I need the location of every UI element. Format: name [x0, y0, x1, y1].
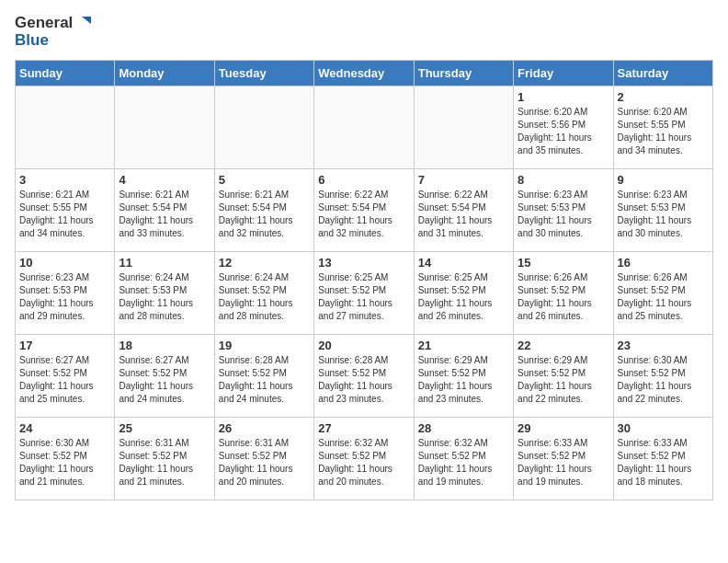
- day-info: Sunrise: 6:31 AM Sunset: 5:52 PM Dayligh…: [119, 437, 210, 488]
- day-info: Sunrise: 6:21 AM Sunset: 5:54 PM Dayligh…: [119, 189, 210, 240]
- calendar-cell: 7Sunrise: 6:22 AM Sunset: 5:54 PM Daylig…: [414, 169, 513, 252]
- page-header: General Blue: [15, 15, 713, 49]
- day-info: Sunrise: 6:30 AM Sunset: 5:52 PM Dayligh…: [19, 437, 110, 488]
- day-number: 29: [518, 421, 609, 435]
- calendar-cell: 28Sunrise: 6:32 AM Sunset: 5:52 PM Dayli…: [414, 418, 513, 500]
- calendar-cell: 24Sunrise: 6:30 AM Sunset: 5:52 PM Dayli…: [16, 418, 115, 500]
- calendar-cell: 6Sunrise: 6:22 AM Sunset: 5:54 PM Daylig…: [314, 169, 414, 252]
- calendar-cell: 19Sunrise: 6:28 AM Sunset: 5:52 PM Dayli…: [214, 335, 313, 418]
- logo-general: General: [15, 15, 73, 32]
- week-row-4: 24Sunrise: 6:30 AM Sunset: 5:52 PM Dayli…: [16, 418, 713, 500]
- day-number: 8: [518, 173, 609, 187]
- calendar-cell: 4Sunrise: 6:21 AM Sunset: 5:54 PM Daylig…: [115, 169, 214, 252]
- calendar-cell: 3Sunrise: 6:21 AM Sunset: 5:55 PM Daylig…: [16, 169, 115, 252]
- day-info: Sunrise: 6:28 AM Sunset: 5:52 PM Dayligh…: [318, 354, 409, 406]
- calendar-cell: 9Sunrise: 6:23 AM Sunset: 5:53 PM Daylig…: [613, 169, 712, 252]
- day-info: Sunrise: 6:24 AM Sunset: 5:52 PM Dayligh…: [219, 271, 310, 323]
- day-number: 23: [618, 339, 709, 352]
- calendar-cell: [414, 86, 513, 169]
- calendar-cell: 8Sunrise: 6:23 AM Sunset: 5:53 PM Daylig…: [514, 169, 613, 252]
- logo-bird-icon: [74, 15, 91, 31]
- day-info: Sunrise: 6:31 AM Sunset: 5:52 PM Dayligh…: [219, 437, 310, 488]
- calendar-cell: [314, 86, 414, 169]
- day-number: 26: [219, 421, 310, 435]
- calendar-cell: [115, 86, 214, 169]
- day-info: Sunrise: 6:21 AM Sunset: 5:54 PM Dayligh…: [219, 189, 310, 240]
- calendar-table: SundayMondayTuesdayWednesdayThursdayFrid…: [15, 60, 713, 500]
- day-number: 30: [618, 421, 709, 435]
- day-info: Sunrise: 6:30 AM Sunset: 5:52 PM Dayligh…: [618, 354, 709, 406]
- day-info: Sunrise: 6:28 AM Sunset: 5:52 PM Dayligh…: [219, 354, 310, 406]
- week-row-0: 1Sunrise: 6:20 AM Sunset: 5:56 PM Daylig…: [16, 86, 713, 169]
- svg-marker-0: [82, 17, 91, 24]
- calendar-cell: 10Sunrise: 6:23 AM Sunset: 5:53 PM Dayli…: [16, 252, 115, 335]
- weekday-header-friday: Friday: [514, 61, 613, 86]
- day-info: Sunrise: 6:26 AM Sunset: 5:52 PM Dayligh…: [618, 271, 709, 323]
- weekday-header-row: SundayMondayTuesdayWednesdayThursdayFrid…: [16, 61, 713, 86]
- day-number: 21: [418, 339, 509, 352]
- calendar-cell: 12Sunrise: 6:24 AM Sunset: 5:52 PM Dayli…: [214, 252, 313, 335]
- day-number: 14: [418, 256, 509, 270]
- calendar-cell: 23Sunrise: 6:30 AM Sunset: 5:52 PM Dayli…: [613, 335, 712, 418]
- calendar-cell: 1Sunrise: 6:20 AM Sunset: 5:56 PM Daylig…: [514, 86, 613, 169]
- weekday-header-saturday: Saturday: [613, 61, 712, 86]
- weekday-header-monday: Monday: [115, 61, 214, 86]
- day-number: 18: [119, 339, 210, 352]
- day-number: 27: [318, 421, 409, 435]
- day-number: 3: [19, 173, 110, 187]
- day-info: Sunrise: 6:22 AM Sunset: 5:54 PM Dayligh…: [418, 189, 509, 240]
- calendar-cell: [214, 86, 313, 169]
- week-row-1: 3Sunrise: 6:21 AM Sunset: 5:55 PM Daylig…: [16, 169, 713, 252]
- day-number: 5: [219, 173, 310, 187]
- calendar-cell: 25Sunrise: 6:31 AM Sunset: 5:52 PM Dayli…: [115, 418, 214, 500]
- calendar-cell: 15Sunrise: 6:26 AM Sunset: 5:52 PM Dayli…: [514, 252, 613, 335]
- day-number: 4: [119, 173, 210, 187]
- day-info: Sunrise: 6:23 AM Sunset: 5:53 PM Dayligh…: [518, 189, 609, 240]
- calendar-cell: 2Sunrise: 6:20 AM Sunset: 5:55 PM Daylig…: [613, 86, 712, 169]
- calendar-cell: 5Sunrise: 6:21 AM Sunset: 5:54 PM Daylig…: [214, 169, 313, 252]
- calendar-cell: 14Sunrise: 6:25 AM Sunset: 5:52 PM Dayli…: [414, 252, 513, 335]
- day-number: 6: [318, 173, 409, 187]
- day-number: 12: [219, 256, 310, 270]
- day-number: 13: [318, 256, 409, 270]
- day-info: Sunrise: 6:25 AM Sunset: 5:52 PM Dayligh…: [318, 271, 409, 323]
- day-number: 15: [518, 256, 609, 270]
- day-info: Sunrise: 6:32 AM Sunset: 5:52 PM Dayligh…: [418, 437, 509, 488]
- day-number: 11: [119, 256, 210, 270]
- weekday-header-tuesday: Tuesday: [214, 61, 313, 86]
- day-number: 20: [318, 339, 409, 352]
- day-number: 28: [418, 421, 509, 435]
- calendar-cell: 27Sunrise: 6:32 AM Sunset: 5:52 PM Dayli…: [314, 418, 414, 500]
- calendar-cell: 20Sunrise: 6:28 AM Sunset: 5:52 PM Dayli…: [314, 335, 414, 418]
- day-info: Sunrise: 6:24 AM Sunset: 5:53 PM Dayligh…: [119, 271, 210, 323]
- week-row-3: 17Sunrise: 6:27 AM Sunset: 5:52 PM Dayli…: [16, 335, 713, 418]
- day-info: Sunrise: 6:33 AM Sunset: 5:52 PM Dayligh…: [618, 437, 709, 488]
- calendar-cell: 30Sunrise: 6:33 AM Sunset: 5:52 PM Dayli…: [613, 418, 712, 500]
- day-number: 7: [418, 173, 509, 187]
- day-info: Sunrise: 6:32 AM Sunset: 5:52 PM Dayligh…: [318, 437, 409, 488]
- day-number: 1: [518, 90, 609, 104]
- day-info: Sunrise: 6:25 AM Sunset: 5:52 PM Dayligh…: [418, 271, 509, 323]
- calendar-cell: [16, 86, 115, 169]
- day-number: 16: [618, 256, 709, 270]
- logo: General Blue: [15, 15, 91, 49]
- day-info: Sunrise: 6:22 AM Sunset: 5:54 PM Dayligh…: [318, 189, 409, 240]
- day-info: Sunrise: 6:29 AM Sunset: 5:52 PM Dayligh…: [518, 354, 609, 406]
- day-info: Sunrise: 6:26 AM Sunset: 5:52 PM Dayligh…: [518, 271, 609, 323]
- day-number: 19: [219, 339, 310, 352]
- calendar-cell: 21Sunrise: 6:29 AM Sunset: 5:52 PM Dayli…: [414, 335, 513, 418]
- calendar-cell: 11Sunrise: 6:24 AM Sunset: 5:53 PM Dayli…: [115, 252, 214, 335]
- day-info: Sunrise: 6:21 AM Sunset: 5:55 PM Dayligh…: [19, 189, 110, 240]
- calendar-cell: 18Sunrise: 6:27 AM Sunset: 5:52 PM Dayli…: [115, 335, 214, 418]
- day-info: Sunrise: 6:29 AM Sunset: 5:52 PM Dayligh…: [418, 354, 509, 406]
- calendar-cell: 29Sunrise: 6:33 AM Sunset: 5:52 PM Dayli…: [514, 418, 613, 500]
- calendar-cell: 22Sunrise: 6:29 AM Sunset: 5:52 PM Dayli…: [514, 335, 613, 418]
- day-number: 10: [19, 256, 110, 270]
- day-number: 17: [19, 339, 110, 352]
- weekday-header-sunday: Sunday: [16, 61, 115, 86]
- day-info: Sunrise: 6:23 AM Sunset: 5:53 PM Dayligh…: [618, 189, 709, 240]
- day-number: 2: [618, 90, 709, 104]
- weekday-header-wednesday: Wednesday: [314, 61, 414, 86]
- calendar-cell: 17Sunrise: 6:27 AM Sunset: 5:52 PM Dayli…: [16, 335, 115, 418]
- calendar-cell: 16Sunrise: 6:26 AM Sunset: 5:52 PM Dayli…: [613, 252, 712, 335]
